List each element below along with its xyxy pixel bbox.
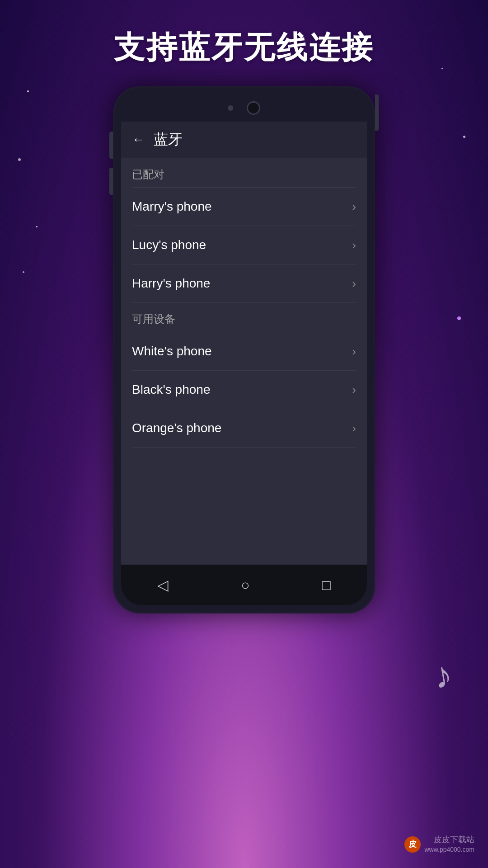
- nav-back-button[interactable]: ◁: [157, 576, 169, 594]
- device-name-black: Black's phone: [132, 382, 210, 397]
- header-title: 蓝牙: [154, 130, 183, 150]
- chevron-right-icon: ›: [352, 200, 356, 214]
- chevron-right-icon: ›: [352, 238, 356, 252]
- page-title: 支持蓝牙无线连接: [114, 27, 374, 68]
- screen-padding: [121, 448, 367, 529]
- chevron-right-icon: ›: [352, 344, 356, 359]
- power-button: [375, 94, 379, 131]
- volume-up-button: [109, 132, 113, 159]
- nav-recent-button[interactable]: □: [322, 577, 331, 594]
- front-camera-sensor: [228, 105, 233, 111]
- watermark: 皮 皮皮下载站 www.pp4000.com: [404, 834, 474, 854]
- list-item[interactable]: Black's phone ›: [121, 371, 367, 409]
- music-note-decoration: ♪: [430, 653, 455, 698]
- device-name-lucy: Lucy's phone: [132, 238, 206, 252]
- front-camera: [247, 101, 260, 115]
- bluetooth-header: ← 蓝牙: [121, 122, 367, 158]
- device-name-marry: Marry's phone: [132, 199, 212, 214]
- device-name-orange: Orange's phone: [132, 421, 221, 435]
- chevron-right-icon: ›: [352, 421, 356, 435]
- phone-top-bar: [121, 94, 367, 122]
- phone-mockup: ← 蓝牙 已配对 Marry's phone › Lucy's phone › …: [113, 86, 375, 613]
- back-button[interactable]: ←: [132, 132, 145, 147]
- device-name-harry: Harry's phone: [132, 276, 210, 291]
- available-section-label: 可用设备: [121, 303, 367, 332]
- volume-down-button: [109, 168, 113, 195]
- screen-content: ← 蓝牙 已配对 Marry's phone › Lucy's phone › …: [121, 122, 367, 565]
- nav-bar: ◁ ○ □: [121, 565, 367, 605]
- list-item[interactable]: Harry's phone ›: [121, 264, 367, 302]
- list-item[interactable]: White's phone ›: [121, 332, 367, 370]
- list-item[interactable]: Orange's phone ›: [121, 409, 367, 447]
- nav-home-button[interactable]: ○: [241, 577, 249, 594]
- chevron-right-icon: ›: [352, 277, 356, 291]
- device-name-white: White's phone: [132, 344, 212, 359]
- list-item[interactable]: Marry's phone ›: [121, 188, 367, 226]
- paired-section-label: 已配对: [121, 158, 367, 187]
- list-item[interactable]: Lucy's phone ›: [121, 226, 367, 264]
- chevron-right-icon: ›: [352, 383, 356, 397]
- phone-screen: ← 蓝牙 已配对 Marry's phone › Lucy's phone › …: [121, 94, 367, 605]
